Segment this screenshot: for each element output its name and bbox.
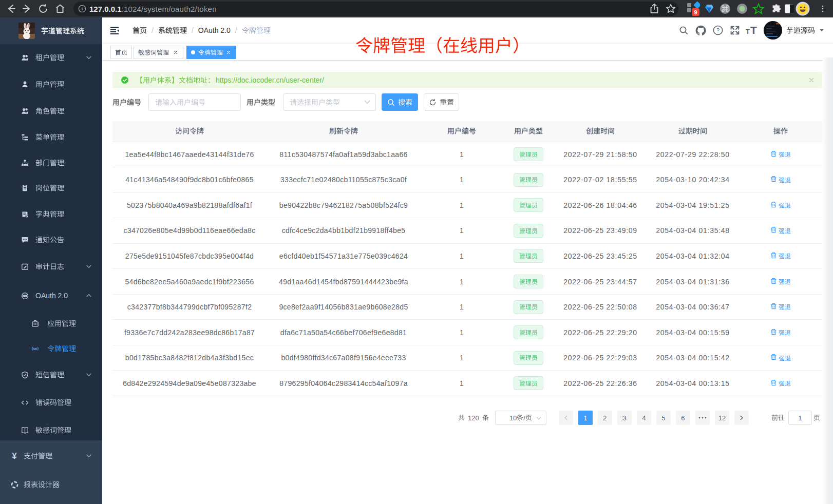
svg-text:?: ? [716, 27, 720, 33]
svg-text:a: a [34, 346, 36, 351]
svg-text:9: 9 [694, 9, 697, 15]
